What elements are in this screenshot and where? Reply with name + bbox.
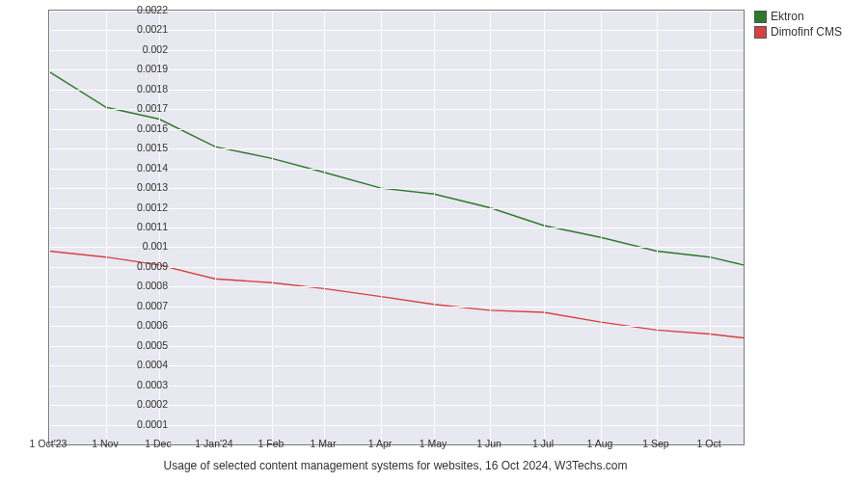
y-tick-label: 0.0009 <box>125 260 168 272</box>
x-tick-label: 1 Oct'23 <box>30 438 68 449</box>
grid-line-v <box>215 11 216 444</box>
y-tick-label: 0.0017 <box>125 102 168 114</box>
y-tick-label: 0.0005 <box>125 339 168 351</box>
grid-line-v <box>272 11 273 444</box>
y-tick-label: 0.0001 <box>125 418 168 430</box>
legend-swatch <box>754 11 767 23</box>
x-tick-label: 1 Apr <box>368 438 393 449</box>
x-tick-label: 1 Jul <box>532 438 554 449</box>
grid-line-v <box>106 11 107 444</box>
y-tick-label: 0.0013 <box>125 181 168 193</box>
chart-caption: Usage of selected content management sys… <box>48 459 743 472</box>
grid-line-v <box>490 11 491 444</box>
y-tick-label: 0.0016 <box>125 122 168 134</box>
x-tick-label: 1 Jun <box>476 438 502 449</box>
legend-item: Dimofinf CMS <box>754 25 842 39</box>
y-tick-label: 0.0015 <box>125 142 168 153</box>
y-tick-label: 0.002 <box>125 43 168 55</box>
grid-line-v <box>544 11 545 444</box>
x-tick-label: 1 Mar <box>311 438 337 449</box>
y-tick-label: 0.0021 <box>125 23 168 35</box>
y-tick-label: 0.0022 <box>125 4 168 15</box>
y-tick-label: 0.0003 <box>125 379 168 390</box>
grid-line-v <box>324 11 325 444</box>
grid-line-v <box>601 11 602 444</box>
y-tick-label: 0.0012 <box>125 201 168 213</box>
x-tick-label: 1 Dec <box>145 438 171 449</box>
legend-label: Dimofinf CMS <box>771 25 842 39</box>
y-tick-label: 0.0011 <box>125 221 168 232</box>
grid-line-v <box>710 11 711 444</box>
legend-swatch <box>754 26 767 39</box>
x-tick-label: 1 Nov <box>92 438 118 449</box>
y-tick-label: 0.0004 <box>125 359 168 370</box>
y-tick-label: 0.0006 <box>125 319 168 331</box>
grid-line-v <box>381 11 382 444</box>
legend-item: Ektron <box>754 10 842 23</box>
x-tick-label: 1 Oct <box>696 438 720 449</box>
y-tick-label: 0.0014 <box>125 162 168 174</box>
x-tick-label: 1 May <box>420 438 448 449</box>
legend: EktronDimofinf CMS <box>754 10 842 40</box>
y-tick-label: 0.0019 <box>125 63 168 74</box>
grid-line-v <box>657 11 658 444</box>
y-tick-label: 0.0002 <box>125 398 168 410</box>
x-tick-label: 1 Aug <box>587 438 613 449</box>
grid-line-v <box>434 11 435 444</box>
y-tick-label: 0.0007 <box>125 300 168 311</box>
x-tick-label: 1 Feb <box>258 438 285 449</box>
legend-label: Ektron <box>771 10 804 23</box>
y-tick-label: 0.0018 <box>125 83 168 94</box>
y-tick-label: 0.0008 <box>125 280 168 291</box>
x-tick-label: 1 Jan'24 <box>195 438 232 449</box>
grid-line-v <box>49 11 50 444</box>
y-tick-label: 0.001 <box>125 240 168 252</box>
x-tick-label: 1 Sep <box>642 438 668 449</box>
